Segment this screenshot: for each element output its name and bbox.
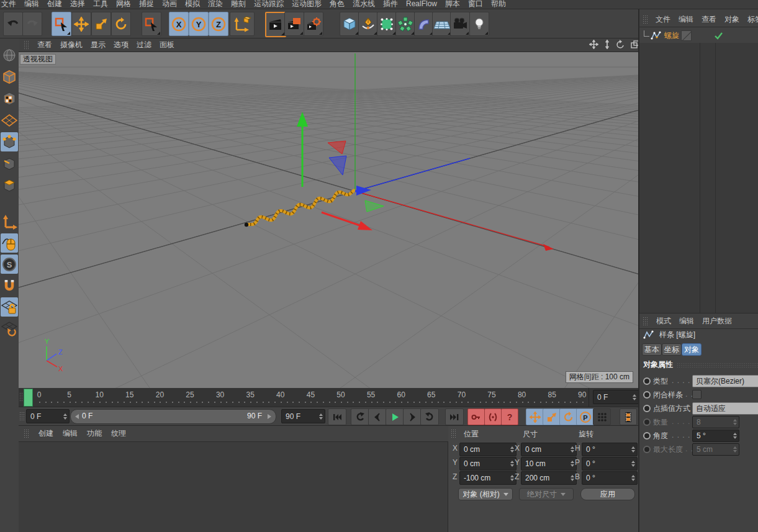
rotation-h-field[interactable]: 0 ° — [582, 443, 638, 456]
timeline-playhead[interactable] — [24, 389, 33, 407]
selection-tool-button[interactable] — [142, 12, 161, 36]
object-name[interactable]: 螺旋 — [664, 30, 679, 41]
render-picture-viewer-button[interactable] — [284, 12, 304, 36]
panel-grip[interactable] — [643, 15, 647, 24]
mograph-button[interactable] — [395, 12, 415, 36]
next-frame-button[interactable] — [403, 408, 422, 425]
workplane-button[interactable] — [1, 318, 18, 338]
menubar-item-18[interactable]: 窗口 — [468, 0, 483, 8]
lock-workplane-button[interactable] — [1, 297, 18, 317]
position-z-field[interactable]: -100 cm — [459, 471, 517, 485]
size-z-field[interactable]: 200 cm — [521, 471, 577, 485]
material-menu-item-2[interactable]: 功能 — [87, 428, 102, 439]
go-to-start-button[interactable] — [328, 408, 346, 425]
pan-view-icon[interactable] — [589, 40, 598, 49]
viewport-menu-item-0[interactable]: 查看 — [37, 40, 52, 50]
object-manager-menu-item-3[interactable]: 对象 — [724, 14, 739, 25]
key-pla-button[interactable] — [593, 408, 611, 425]
panel-grip[interactable] — [24, 429, 29, 438]
object-manager-menu-item-0[interactable]: 文件 — [656, 14, 670, 25]
spinner-arrows[interactable] — [319, 413, 323, 420]
menubar-item-6[interactable]: 捕捉 — [139, 0, 154, 8]
points-mode-button[interactable] — [1, 132, 18, 151]
preview-range-slider[interactable]: 0 F 90 F — [70, 409, 276, 424]
close-spline-checkbox[interactable] — [692, 390, 702, 399]
key-parameter-button[interactable]: P — [576, 408, 594, 425]
tab-basic[interactable]: 基本 — [642, 343, 662, 356]
position-y-field[interactable]: 0 cm — [459, 457, 517, 471]
rotate-view-icon[interactable] — [616, 40, 625, 49]
viewport-menu-item-1[interactable]: 摄像机 — [60, 40, 83, 50]
z-axis-lock-button[interactable]: Z — [209, 12, 228, 36]
undo-button[interactable] — [3, 12, 23, 36]
viewport-menu-item-2[interactable]: 显示 — [91, 40, 106, 50]
panel-grip[interactable] — [19, 412, 25, 421]
coordinate-mode-dropdown[interactable]: 对象 (相对) — [458, 488, 513, 500]
end-frame-field[interactable]: 90 F — [281, 409, 325, 423]
menubar-item-10[interactable]: 雕刻 — [231, 0, 246, 8]
panel-grip[interactable] — [643, 317, 648, 326]
floor-button[interactable] — [432, 12, 452, 36]
rotation-b-field[interactable]: 0 ° — [582, 471, 638, 485]
panel-grip[interactable] — [24, 40, 29, 50]
anim-dot[interactable] — [643, 377, 651, 385]
material-menu-item-1[interactable]: 编辑 — [63, 428, 78, 439]
size-mode-dropdown[interactable]: 绝对尺寸 — [519, 488, 574, 500]
snap-button[interactable]: S — [1, 255, 18, 274]
view-label[interactable]: 透视视图 — [20, 54, 56, 65]
menubar-item-9[interactable]: 渲染 — [208, 0, 223, 8]
menubar-item-12[interactable]: 运动图形 — [292, 0, 322, 8]
previous-frame-button[interactable] — [368, 408, 387, 425]
move-tool-button[interactable] — [71, 12, 91, 36]
menubar-item-2[interactable]: 创建 — [47, 0, 62, 8]
menubar-item-5[interactable]: 网格 — [116, 0, 131, 8]
play-button[interactable] — [386, 408, 404, 425]
menubar-item-16[interactable]: RealFlow — [406, 0, 437, 8]
position-x-field[interactable]: 0 cm — [459, 443, 517, 456]
autokeying-button[interactable] — [484, 408, 502, 425]
menubar-item-15[interactable]: 插件 — [383, 0, 398, 8]
go-to-end-button[interactable] — [445, 408, 464, 425]
texture-mode-button[interactable] — [1, 89, 18, 108]
menubar-item-8[interactable]: 模拟 — [185, 0, 200, 8]
menubar-item-11[interactable]: 运动跟踪 — [254, 0, 284, 8]
interpolation-dropdown[interactable]: 自动适应 — [692, 402, 758, 415]
y-axis-lock-button[interactable]: Y — [189, 12, 209, 36]
size-y-field[interactable]: 10 cm — [521, 457, 577, 471]
timeline-ruler[interactable]: 0 F 051015202530354045505560657075808590 — [19, 388, 638, 407]
zoom-view-icon[interactable] — [604, 40, 610, 49]
gizmo-xz-plane-handle[interactable] — [365, 201, 384, 212]
range-left-arrow[interactable] — [75, 414, 79, 419]
world-coordinates-button[interactable] — [1, 45, 18, 65]
next-key-button[interactable] — [420, 408, 439, 425]
object-axis-mode-button[interactable] — [1, 212, 18, 231]
rotation-p-field[interactable]: 0 ° — [582, 457, 638, 471]
tab-coordinates[interactable]: 坐标 — [662, 343, 682, 356]
coordinate-system-button[interactable] — [230, 12, 255, 36]
anim-dot[interactable] — [643, 391, 651, 399]
key-rotation-button[interactable] — [559, 408, 577, 425]
viewport-menu-item-5[interactable]: 面板 — [160, 40, 174, 50]
edges-mode-button[interactable] — [1, 154, 18, 173]
polygons-mode-button[interactable] — [1, 176, 18, 195]
type-dropdown[interactable]: 贝塞尔(Bezier) — [692, 375, 758, 387]
menubar-item-17[interactable]: 脚本 — [445, 0, 460, 8]
viewport-menu-item-4[interactable]: 过滤 — [137, 40, 151, 50]
light-button[interactable] — [469, 12, 489, 36]
current-frame-field[interactable]: 0 F — [26, 409, 70, 423]
menubar-item-13[interactable]: 角色 — [330, 0, 345, 8]
apply-button[interactable]: 应用 — [580, 488, 635, 500]
menubar-item-19[interactable]: 帮助 — [491, 0, 506, 8]
workplane-mode-button[interactable] — [1, 110, 18, 130]
layer-toggle[interactable] — [681, 30, 692, 41]
panel-grip[interactable] — [451, 429, 456, 438]
menubar-item-1[interactable]: 编辑 — [24, 0, 39, 8]
spline-start-point[interactable] — [245, 223, 248, 227]
tweak-mode-button[interactable] — [1, 233, 18, 253]
render-settings-button[interactable] — [304, 12, 323, 36]
viewport-menu-item-3[interactable]: 选项 — [114, 40, 129, 50]
key-scale-button[interactable] — [543, 408, 561, 425]
scale-tool-button[interactable] — [91, 12, 111, 36]
spline-pen-button[interactable] — [358, 12, 378, 36]
perspective-viewport[interactable]: Y Z X 透视视图 网格间距 : 100 cm — [19, 52, 638, 388]
